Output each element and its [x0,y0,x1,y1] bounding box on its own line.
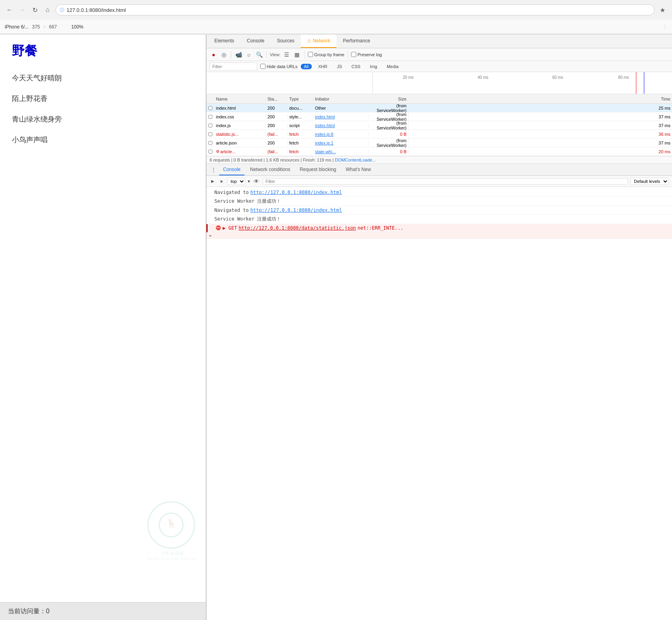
nav-link-1[interactable]: http://127.0.0.1:8080/index.html [250,190,342,195]
tab-sources[interactable]: Sources [271,34,301,48]
initiator-link[interactable]: stale-whi... [315,149,336,154]
filter-pill-css[interactable]: CSS [348,64,364,69]
tab-elements[interactable]: Elements [208,34,241,48]
console-menu-icon[interactable]: ⋮ [210,166,218,174]
network-summary: 6 requests | 0 B transferred | 1.6 KB re… [206,156,672,164]
table-row[interactable]: article.json 200 fetch index.js:1 (from … [206,139,672,147]
context-dropdown-icon[interactable]: ▾ [248,179,250,184]
table-row[interactable]: index.js 200 script index.html (from Ser… [206,121,672,130]
console-stop-button[interactable]: ◈ [218,178,225,184]
nav-link-2[interactable]: http://127.0.0.1:8080/index.html [250,207,342,213]
sw-success-1: Service Worker 注册成功！ [214,198,281,205]
hide-data-urls-checkbox[interactable] [260,64,265,69]
device-toolbar: iPhone 6/... 375 × 667 100% ⋮ [0,20,672,34]
filter-button[interactable]: ☼ [245,51,253,59]
row-name: index.js [214,123,266,128]
row-select-checkbox[interactable] [208,132,212,136]
eye-button[interactable]: 👁 [252,177,260,185]
console-filter-input[interactable] [263,178,628,184]
search-button[interactable]: 🔍 [255,51,263,59]
row-select-checkbox[interactable] [208,106,212,110]
console-expand-line[interactable]: ► [206,232,672,239]
row-size: (from ServiceWorker) [369,138,409,148]
initiator-link[interactable]: index.js:8 [315,132,333,137]
visit-count: 当前访问量：0 [8,608,50,614]
filter-pill-img[interactable]: Img [367,64,380,69]
table-row[interactable]: ⚙ article... (fail... fetch stale-whi...… [206,147,672,156]
console-play-button[interactable]: ▶ [210,178,216,184]
tab-network-conditions[interactable]: Network conditions [246,164,294,175]
row-select-checkbox[interactable] [208,150,212,154]
record-button[interactable]: ● [210,51,218,59]
row-name: article.json [214,141,266,145]
row-name: statistic.js... [214,132,266,137]
filter-pill-media[interactable]: Media [384,64,402,69]
col-status-header[interactable]: Sta... [266,97,288,101]
address-bar[interactable]: ⓘ 127.0.0.1:8080/index.html [55,4,655,15]
group-by-frame-label: Group by frame [308,52,344,57]
page-lines: 今天天气好晴朗 陌上野花香 青山绿水绕身旁 小鸟声声唱 [12,72,194,146]
initiator-link[interactable]: index.js:1 [315,141,333,145]
error-url-link[interactable]: http://127.0.0.1:8080/data/statistic.jso… [239,225,356,231]
toolbar-sep-4 [347,51,348,58]
table-row[interactable]: index.html 200 docu... Other (from Servi… [206,104,672,112]
col-initiator-header[interactable]: Initiator [313,97,369,101]
group-by-frame-checkbox[interactable] [308,52,313,57]
filter-pill-xhr[interactable]: XHR [315,64,330,69]
filter-pill-all[interactable]: All [301,64,312,69]
filter-input[interactable] [210,63,257,70]
network-filter-bar: Hide data URLs All XHR JS CSS Img Media [206,61,672,72]
col-type-header[interactable]: Type [288,97,313,101]
row-size: (from ServiceWorker) [369,104,409,113]
camera-button[interactable]: 📹 [235,51,242,59]
back-button[interactable]: ← [5,5,14,15]
devtools-panel: Elements Console Sources ⚠ Network Perfo… [206,34,672,620]
initiator-link[interactable]: index.html [315,114,335,119]
row-checkbox [206,106,214,110]
console-error-line[interactable]: ⛔ ▶ GET http://127.0.0.1:8080/data/stati… [206,224,672,232]
filter-pill-js[interactable]: JS [334,64,345,69]
home-button[interactable]: ⌂ [43,5,52,15]
row-name: index.html [214,106,266,110]
refresh-button[interactable]: ↻ [30,5,40,15]
col-name-header[interactable]: Name [214,97,266,101]
table-row[interactable]: statistic.js... (fail... fetch index.js:… [206,130,672,139]
expand-chevron[interactable]: ► [210,234,212,238]
col-time-header[interactable]: Time [409,97,672,101]
row-select-checkbox[interactable] [208,141,212,145]
tab-console-bottom[interactable]: Console [219,164,244,175]
clear-button[interactable]: ◎ [220,51,228,59]
dom-content-link[interactable]: DOMContentLoade... [335,158,376,162]
row-initiator: stale-whi... [313,149,369,154]
preserve-log-checkbox[interactable] [351,52,356,57]
device-select[interactable]: iPhone 6/... [5,24,29,30]
tab-performance[interactable]: Performance [336,34,376,48]
row-select-checkbox[interactable] [208,124,212,127]
col-size-header[interactable]: Size [369,97,409,101]
bookmark-button[interactable]: ★ [658,5,667,15]
initiator-link[interactable]: index.html [315,123,335,128]
console-bottom-tabs: ⋮ Console Network conditions Request blo… [206,164,672,176]
row-select-checkbox[interactable] [208,115,212,119]
tab-console[interactable]: Console [241,34,271,48]
tab-whats-new[interactable]: What's New [342,164,375,175]
levels-select[interactable]: Default levels [630,178,669,185]
view-list-button[interactable]: ☰ [283,51,291,59]
row-initiator: Other [313,106,369,110]
console-output: Navigated to http://127.0.0.1:8080/index… [206,187,672,620]
tab-request-blocking[interactable]: Request blocking [296,164,340,175]
security-icon: ⓘ [60,7,64,13]
table-row[interactable]: index.css 200 style... index.html (from … [206,112,672,121]
navigated-text-2: Navigated to [214,207,249,213]
row-time: 37 ms [409,141,672,145]
zoom-select[interactable]: 100% [71,24,84,30]
page-footer: 当前访问量：0 [0,602,206,620]
browser-chrome: ← → ↻ ⌂ ⓘ 127.0.0.1:8080/index.html ★ iP… [0,0,672,34]
tab-network[interactable]: ⚠ Network [301,34,336,48]
view-waterfall-button[interactable]: ▦ [293,51,301,59]
hide-data-urls-label: Hide data URLs [260,64,298,69]
row-checkbox [206,132,214,136]
context-select[interactable]: top [227,178,245,185]
forward-button[interactable]: → [17,5,27,15]
dimension-divider: × [43,24,46,30]
